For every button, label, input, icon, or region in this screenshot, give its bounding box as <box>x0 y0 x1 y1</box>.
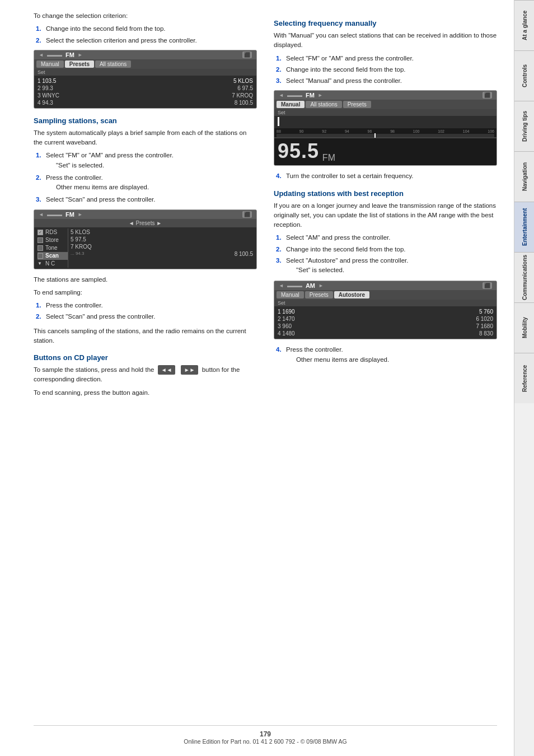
am-row-3: 3 960 7 1680 <box>278 323 493 330</box>
update-body: If you are on a longer journey and leave… <box>274 201 497 230</box>
tab-presets-3: Presets <box>343 101 371 108</box>
station-row-3: 3 WNYC 7 KROQ <box>38 92 253 99</box>
radio-set-4: Set <box>274 300 496 306</box>
page-number: 179 <box>34 730 497 738</box>
tab-manual-4: Manual <box>277 291 304 298</box>
freq-step-4: 4. Turn the controller to set a certain … <box>274 171 497 181</box>
freq-ruler-bar <box>277 134 494 137</box>
am-stations: 1 1690 5 760 2 1470 6 1020 3 960 7 1680 <box>274 306 496 339</box>
radio-screenshot-4: ◄ ▬▬▬ AM ► ⬛ Manual Presets Autostore Se… <box>274 281 497 339</box>
cursor-area <box>274 116 496 128</box>
radio-top-bar-3: ◄ ▬▬▬ FM ► ⬛ <box>274 91 496 100</box>
freq-step-3: 3. Select "Manual" and press the control… <box>274 76 497 86</box>
after-scan-text1: The stations are sampled. <box>34 275 257 284</box>
buttons-text3: To end scanning, press the button again. <box>34 388 257 398</box>
sidebar-tab-mobility[interactable]: Mobility <box>514 302 535 353</box>
cd-button-symbol-2: ►► <box>181 365 199 375</box>
scan-menu: ✓ RDS Store Tone <box>34 227 256 269</box>
menu-row-rds: ✓ RDS <box>38 228 68 236</box>
update-steps: 1. Select "AM" and press the controller.… <box>274 233 497 276</box>
after-scan-text2: To end sampling: <box>34 288 257 297</box>
freq-unit: FM <box>322 153 335 162</box>
freq-ruler: 88 90 92 94 96 98 100 102 104 106 <box>274 128 496 137</box>
update-step-4: 4. Press the controller. Other menu item… <box>274 345 497 366</box>
freq-step-1: 1. Select "FM" or "AM" and press the con… <box>274 54 497 63</box>
cancel-sampling-text: This cancels sampling of the stations, a… <box>34 326 257 346</box>
am-row-2: 2 1470 6 1020 <box>278 315 493 323</box>
end-scan-step-1: 1. Press the controller. <box>34 301 257 310</box>
tab-allstations: All stations <box>95 60 131 68</box>
freq-steps: 1. Select "FM" or "AM" and press the con… <box>274 54 497 86</box>
scan-heading: Sampling stations, scan <box>34 116 257 125</box>
menu-row-store: Store <box>38 236 68 244</box>
freq-value: 95.5 <box>278 139 319 162</box>
tab-autostore-4: Autostore <box>334 291 369 298</box>
sidebar: At a glance Controls Driving tips Naviga… <box>514 0 534 756</box>
presets-bar: ◄ Presets ► <box>34 219 256 227</box>
text-cursor <box>278 117 279 126</box>
step4-freq-list: 4. Turn the controller to set a certain … <box>274 171 497 181</box>
scan-step-1: 1. Select "FM" or "AM" and press the con… <box>34 151 257 171</box>
tab-allstations-3: All stations <box>306 101 341 108</box>
sidebar-tab-reference[interactable]: Reference <box>514 353 535 403</box>
left-column: To change the selection criterion: 1. Ch… <box>34 11 257 716</box>
update-step-3: 3. Select "Autostore" and press the cont… <box>274 256 497 277</box>
right-column: Selecting frequency manually With "Manua… <box>274 11 497 716</box>
intro-step-1: 1. Change into the second field from the… <box>34 24 257 34</box>
page-footer: 179 Online Edition for Part no. 01 41 2 … <box>34 725 497 745</box>
freq-big-display: 95.5 FM <box>274 138 496 165</box>
scan-body: The system automatically plays a brief s… <box>34 128 257 148</box>
am-row-4: 4 1480 8 830 <box>278 330 493 337</box>
freq-marker <box>374 133 376 138</box>
step4-update-list: 4. Press the controller. Other menu item… <box>274 345 497 366</box>
radio-screenshot-2: ◄ ▬▬▬ FM ► ⬛ ◄ Presets ► ✓ RDS <box>34 209 257 269</box>
tab-presets-4: Presets <box>305 291 333 298</box>
freq-step-2: 2. Change into the second field from the… <box>274 65 497 74</box>
end-scan-step-2: 2. Select "Scan" and press the controlle… <box>34 312 257 321</box>
freq-body: With "Manual" you can select stations th… <box>274 31 497 50</box>
menu-row-nc: ▼ N C <box>38 260 68 268</box>
update-heading: Updating stations with best reception <box>274 189 497 198</box>
radio-top-bar-2: ◄ ▬▬▬ FM ► ⬛ <box>34 210 256 219</box>
update-step-1: 1. Select "AM" and press the controller. <box>274 233 497 242</box>
update-step-2: 2. Change into the second field from the… <box>274 245 497 254</box>
sidebar-tab-entertainment[interactable]: Entertainment <box>514 202 535 252</box>
radio-top-bar-1: ◄ ▬▬▬ FM ► ⬛ <box>34 50 256 59</box>
tab-presets: Presets <box>65 60 94 68</box>
radio-tabs-3: Manual All stations Presets <box>274 100 496 109</box>
scan-step-3: 3. Select "Scan" and press the controlle… <box>34 195 257 204</box>
radio-tabs-4: Manual Presets Autostore <box>274 290 496 300</box>
footer-text: Online Edition for Part no. 01 41 2 600 … <box>34 738 497 745</box>
scan-step-2: 2. Press the controller. Other menu item… <box>34 173 257 194</box>
tab-manual: Manual <box>36 60 64 68</box>
radio-set-label-1: Set <box>34 69 256 76</box>
am-row-1: 1 1690 5 760 <box>278 308 493 315</box>
radio-top-bar-4: ◄ ▬▬▬ AM ► ⬛ <box>274 281 496 290</box>
station-row-2: 2 99.3 6 97.5 <box>38 85 253 92</box>
cd-button-symbol: ◄◄ <box>158 365 176 375</box>
tab-manual-3: Manual <box>277 101 305 108</box>
intro-text: To change the selection criterion: <box>34 11 257 21</box>
station-row-4: 4 94.3 8 100.5 <box>38 99 253 106</box>
intro-step-2: 2. Select the selection criterion and pr… <box>34 36 257 45</box>
end-scan-steps: 1. Press the controller. 2. Select "Scan… <box>34 301 257 322</box>
sidebar-tab-navigation[interactable]: Navigation <box>514 151 535 202</box>
sidebar-tab-driving-tips[interactable]: Driving tips <box>514 101 535 151</box>
sidebar-tab-controls[interactable]: Controls <box>514 50 535 101</box>
radio-screenshot-1: ◄ ▬▬▬ FM ► ⬛ Manual Presets All stations… <box>34 50 257 109</box>
sidebar-tab-communications[interactable]: Communications <box>514 252 535 302</box>
scan-steps: 1. Select "FM" or "AM" and press the con… <box>34 151 257 204</box>
radio-screenshot-3: ◄ ▬▬▬ FM ► ⬛ Manual All stations Presets… <box>274 90 497 166</box>
buttons-text1: To sample the stations, press and hold t… <box>34 365 257 385</box>
radio-set-3: Set <box>274 109 496 116</box>
buttons-heading: Buttons on CD player <box>34 353 257 362</box>
radio-tabs-1: Manual Presets All stations <box>34 59 256 69</box>
intro-steps-list: 1. Change into the second field from the… <box>34 24 257 45</box>
sidebar-tab-at-a-glance[interactable]: At a glance <box>514 0 535 50</box>
freq-heading: Selecting frequency manually <box>274 19 497 27</box>
menu-row-scan: Scan <box>38 252 68 260</box>
station-row-1: 1 103.5 5 KLOS <box>38 77 253 85</box>
radio-stations-1: 1 103.5 5 KLOS 2 99.3 6 97.5 3 WNYC 7 KR… <box>34 76 256 108</box>
menu-row-tone: Tone <box>38 244 68 252</box>
